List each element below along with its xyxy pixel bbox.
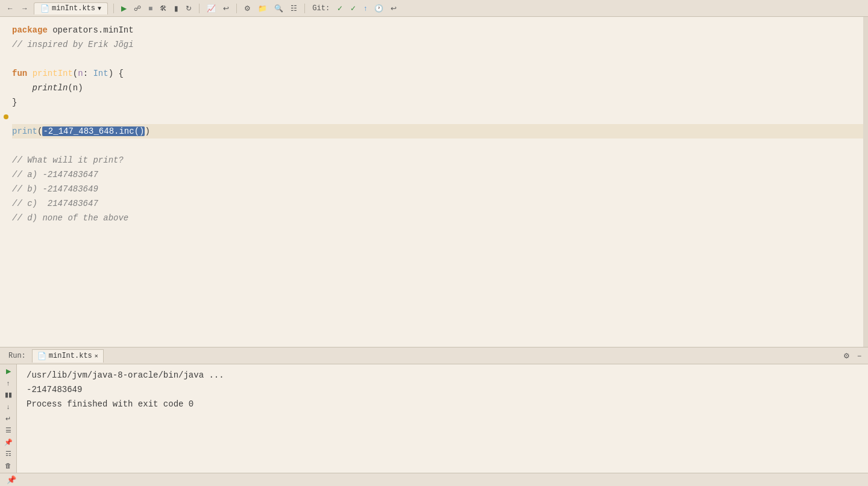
param-n: n — [78, 69, 83, 78]
run-output-finished: Process finished with exit code 0 — [27, 397, 858, 411]
type-int: Int — [93, 69, 108, 78]
close-paren: ) — [145, 126, 149, 136]
code-line-9 — [12, 139, 868, 153]
run-tab-close-icon[interactable]: ✕ — [95, 352, 98, 360]
run-scroll-up-button[interactable]: ↑ — [2, 379, 15, 388]
profile-button[interactable]: 📈 — [205, 3, 218, 14]
println-arg: (n) — [68, 83, 83, 93]
comment-c: // c) 2147483647 — [12, 199, 98, 208]
number-selected: -2_147_483_648.inc() — [42, 126, 145, 136]
run-trash-button[interactable]: 🗑 — [2, 461, 15, 471]
keyword-package: package — [12, 25, 48, 35]
find-button[interactable]: 🔍 — [272, 3, 285, 14]
run-output: /usr/lib/jvm/java-8-oracle/bin/java ... … — [17, 364, 868, 473]
settings-button[interactable]: ⚙ — [242, 3, 253, 14]
run-pin-button[interactable]: 📌 — [2, 437, 15, 447]
bottom-pin-button[interactable]: 📌 — [5, 474, 18, 485]
debug-button[interactable]: ☍ — [132, 3, 143, 14]
run-tab-label: minInt.kts — [49, 352, 92, 360]
comment-inspired: // inspired by Erik Jõgi — [12, 40, 134, 49]
git-label: Git: — [310, 3, 332, 14]
tab-dropdown-icon[interactable]: ▼ — [98, 5, 101, 12]
run-button[interactable]: ▶ — [119, 3, 128, 14]
stop-button[interactable]: ■ — [146, 3, 154, 14]
run-command-text: /usr/lib/jvm/java-8-oracle/bin/java ... — [27, 370, 224, 380]
run-output-result: -2147483649 — [27, 382, 858, 397]
code-line-3 — [12, 52, 868, 66]
back-button[interactable]: ← — [5, 3, 16, 14]
update-button[interactable]: ↻ — [184, 3, 193, 14]
run-wrap-button[interactable]: ↵ — [2, 414, 15, 423]
separator-1 — [113, 4, 114, 13]
build-button[interactable]: 🛠 — [158, 3, 169, 14]
code-line-11: // a) -2147483647 — [12, 167, 868, 182]
file-tab-label: minInt.kts — [52, 4, 95, 13]
separator-2 — [199, 4, 200, 13]
brace-close: } — [12, 98, 17, 107]
run-body: ▶ ↑ ▮▮ ↓ ↵ ☰ 📌 ☶ 🗑 /usr/lib/jvm/java-8-o… — [0, 364, 868, 473]
run-finished-text: Process finished with exit code 0 — [27, 399, 193, 409]
keyword-fun: fun — [12, 69, 27, 78]
run-label: Run: — [5, 352, 30, 360]
run-panel: Run: 📄 minInt.kts ✕ ⚙ − ▶ ↑ ▮▮ ↓ ↵ ☰ 📌 ☶… — [0, 347, 868, 486]
code-line-5: println(n) — [12, 81, 868, 95]
run-settings-button[interactable]: ⚙ — [841, 350, 852, 361]
run-filter-button[interactable]: ☶ — [2, 449, 15, 459]
colon: : — [83, 69, 93, 78]
paren-close: ) { — [108, 69, 124, 78]
code-line-8: print(-2_147_483_648.inc()) — [12, 124, 868, 139]
git-push-button[interactable]: ↑ — [362, 3, 369, 14]
code-line-12: // b) -2147483649 — [12, 182, 868, 196]
code-line-2: // inspired by Erik Jõgi — [12, 37, 868, 52]
code-line-13: // c) 2147483647 — [12, 196, 868, 211]
run-output-command: /usr/lib/jvm/java-8-oracle/bin/java ... — [27, 368, 858, 382]
comment-d: // d) none of the above — [12, 213, 128, 223]
fn-println: println — [33, 83, 68, 93]
code-line-4: fun printInt(n: Int) { — [12, 66, 868, 81]
run-sidebar: ▶ ↑ ▮▮ ↓ ↵ ☰ 📌 ☶ 🗑 — [0, 364, 17, 473]
separator-3 — [236, 4, 237, 13]
git-check-button[interactable]: ✓ — [335, 3, 345, 14]
git-tick-button[interactable]: ✓ — [348, 3, 358, 14]
file-tab[interactable]: 📄 minInt.kts ▼ — [34, 2, 108, 14]
run-close-button[interactable]: − — [855, 350, 863, 361]
run-file-icon: 📄 — [37, 352, 46, 361]
code-line-1: package operators.minInt — [12, 23, 868, 37]
more-button[interactable]: ☷ — [289, 3, 299, 14]
coverage-button[interactable]: ▮ — [172, 3, 180, 14]
breakpoint-dot — [4, 114, 8, 119]
paren-open: ( — [73, 69, 78, 78]
undo-button[interactable]: ↩ — [221, 3, 231, 14]
comment-b: // b) -2147483649 — [12, 184, 98, 194]
code-line-10: // What will it print? — [12, 153, 868, 167]
code-line-6: } — [12, 95, 868, 110]
run-scroll-down-button[interactable]: ↓ — [2, 402, 15, 412]
file-icon: 📄 — [40, 4, 49, 13]
code-line-14: // d) none of the above — [12, 211, 868, 225]
editor-area: package operators.minInt // inspired by … — [0, 17, 868, 347]
run-play-button[interactable]: ▶ — [2, 367, 15, 376]
package-name: operators.minInt — [52, 25, 133, 35]
forward-button[interactable]: → — [19, 3, 30, 14]
comment-what: // What will it print? — [12, 155, 124, 165]
code-editor[interactable]: package operators.minInt // inspired by … — [0, 17, 868, 347]
git-undo-button[interactable]: ↩ — [389, 3, 398, 14]
bottom-bar: 📌 — [0, 473, 868, 486]
git-clock-button[interactable]: 🕐 — [373, 3, 385, 14]
run-tab[interactable]: 📄 minInt.kts ✕ — [32, 349, 104, 363]
run-stop-button[interactable]: ▮▮ — [2, 390, 15, 400]
run-header-actions: ⚙ − — [841, 350, 863, 361]
run-list-button[interactable]: ☰ — [2, 426, 15, 435]
run-result-text: -2147483649 — [27, 385, 82, 394]
fn-print: print — [12, 126, 37, 136]
run-header: Run: 📄 minInt.kts ✕ ⚙ − — [0, 347, 868, 364]
fn-printint: printInt — [33, 69, 73, 78]
main-toolbar: ← → 📄 minInt.kts ▼ ▶ ☍ ■ 🛠 ▮ ↻ 📈 ↩ ⚙ 📁 🔍… — [0, 0, 868, 17]
editor-scrollbar[interactable] — [863, 17, 868, 347]
comment-a: // a) -2147483647 — [12, 170, 98, 179]
separator-4 — [304, 4, 305, 13]
folder-button[interactable]: 📁 — [256, 3, 269, 14]
code-line-7 — [12, 110, 868, 124]
